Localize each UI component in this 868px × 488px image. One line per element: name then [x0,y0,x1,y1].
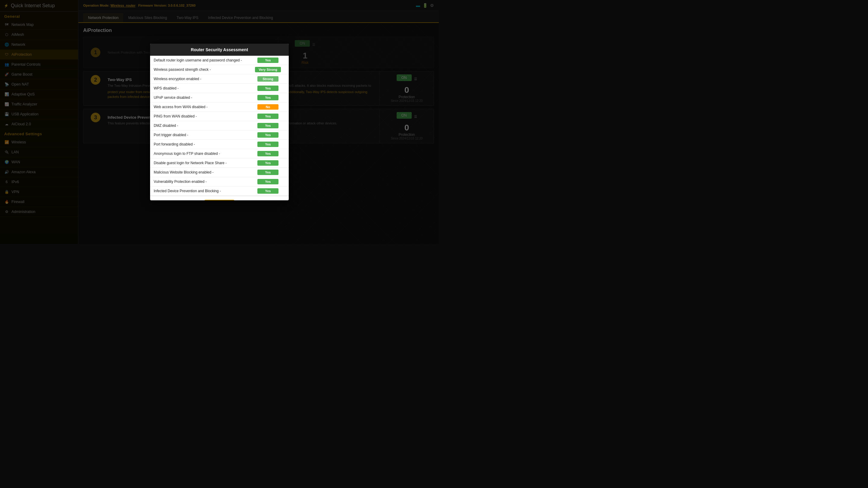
table-row: Default router login username and passwo… [150,56,289,65]
status-badge: Yes [257,95,278,100]
assessment-table: Default router login username and passwo… [150,56,289,196]
status-badge: Yes [257,141,278,147]
table-row: Wireless encryption enabled -Strong [150,74,289,84]
row-label: PING from WAN disabled - [150,112,247,121]
row-status: Yes [247,168,289,177]
row-label: Port trigger disabled - [150,130,247,140]
status-badge: Strong [257,76,278,82]
status-badge: Very Strong [255,67,281,72]
status-badge: Yes [257,132,278,138]
row-label: Disable guest login for Network Place Sh… [150,158,247,168]
status-badge: Yes [257,188,278,194]
row-status: Very Strong [247,65,289,74]
status-badge: Yes [257,113,278,119]
modal-close-button[interactable]: Close [204,200,234,200]
row-status: Yes [247,130,289,140]
table-row: Web access from WAN disabled -No [150,102,289,112]
row-label: Malicious Website Blocking enabled - [150,168,247,177]
row-label: DMZ disabled - [150,121,247,130]
table-row: Vulnerability Protection enabled -Yes [150,177,289,187]
modal-footer: Close [150,196,289,200]
row-status: Yes [247,84,289,93]
row-status: Yes [247,56,289,65]
row-status: No [247,102,289,112]
modal-overlay[interactable]: Router Security Assessment Default route… [0,0,439,244]
row-status: Yes [247,149,289,158]
status-badge: Yes [257,123,278,128]
row-label: Wireless encryption enabled - [150,74,247,84]
security-assessment-modal: Router Security Assessment Default route… [150,44,289,200]
row-label: Wireless password strength check - [150,65,247,74]
row-label: WPS disabled - [150,84,247,93]
status-badge: Yes [257,151,278,156]
status-badge: Yes [257,160,278,166]
table-row: Malicious Website Blocking enabled -Yes [150,168,289,177]
row-status: Yes [247,187,289,196]
table-row: Port forwarding disabled -Yes [150,140,289,149]
table-row: Wireless password strength check -Very S… [150,65,289,74]
status-badge: Yes [257,86,278,91]
row-label: Default router login username and passwo… [150,56,247,65]
row-status: Yes [247,158,289,168]
row-status: Yes [247,177,289,187]
table-row: PING from WAN disabled -Yes [150,112,289,121]
row-label: Vulnerability Protection enabled - [150,177,247,187]
status-badge: No [257,104,278,110]
table-row: Infected Device Prevention and Blocking … [150,187,289,196]
table-row: Port trigger disabled -Yes [150,130,289,140]
row-status: Yes [247,93,289,102]
row-label: Infected Device Prevention and Blocking … [150,187,247,196]
status-badge: Yes [257,179,278,184]
row-label: Web access from WAN disabled - [150,102,247,112]
row-status: Yes [247,112,289,121]
table-row: WPS disabled -Yes [150,84,289,93]
table-row: UPnP service disabled -Yes [150,93,289,102]
row-label: Anonymous login to FTP share disabled - [150,149,247,158]
row-status: Yes [247,140,289,149]
row-status: Strong [247,74,289,84]
modal-title: Router Security Assessment [150,44,289,56]
table-row: DMZ disabled -Yes [150,121,289,130]
row-label: UPnP service disabled - [150,93,247,102]
status-badge: Yes [257,58,278,63]
table-row: Disable guest login for Network Place Sh… [150,158,289,168]
row-label: Port forwarding disabled - [150,140,247,149]
row-status: Yes [247,121,289,130]
status-badge: Yes [257,170,278,175]
table-row: Anonymous login to FTP share disabled -Y… [150,149,289,158]
